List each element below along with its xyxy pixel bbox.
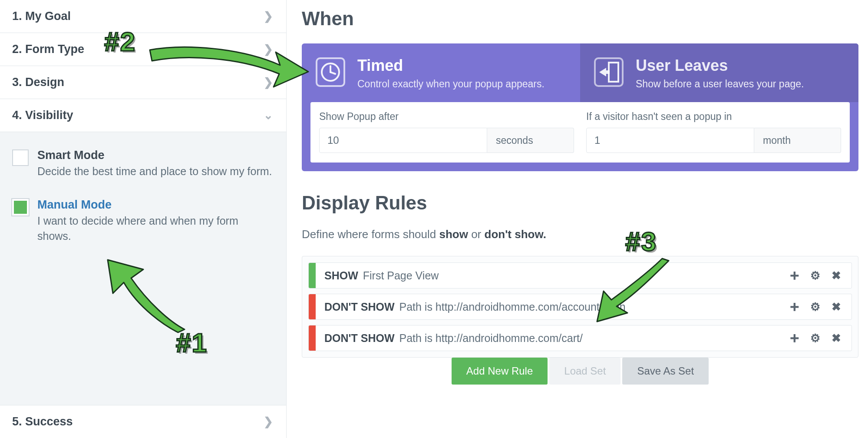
tab-title: Timed [357,56,545,75]
mode-desc: I want to decide where and when my form … [37,213,274,244]
nav-success[interactable]: 5. Success ❯ [0,405,286,438]
unit-select[interactable]: month [754,128,841,153]
field-show-after: Show Popup after seconds [319,111,574,153]
visibility-panel: Smart Mode Decide the best time and plac… [0,132,286,405]
rule-buttons: Add New Rule Load Set Save As Set [302,358,858,385]
rule-text: SHOW First Page View [316,269,780,282]
radio-checked-icon[interactable] [12,199,29,216]
display-rules-heading: Display Rules [302,192,858,214]
add-new-rule-button[interactable]: Add New Rule [452,358,548,385]
rule-text: DON'T SHOW Path is http://androidhomme.c… [316,301,780,313]
rule-row[interactable]: SHOW First Page View ➕︎ ⚙︎ ✖︎ [308,262,852,289]
close-icon[interactable]: ✖︎ [832,269,841,282]
tab-title: User Leaves [636,56,804,75]
mode-manual[interactable]: Manual Mode I want to decide where and w… [12,198,274,244]
plus-icon[interactable]: ➕︎ [790,300,799,314]
rule-indicator-show [309,263,316,288]
field-label: If a visitor hasn't seen a popup in [586,111,841,123]
timed-options: Show Popup after seconds If a visitor ha… [310,102,850,163]
tab-user-leaves[interactable]: User Leaves Show before a user leaves yo… [580,43,858,102]
nav-design[interactable]: 3. Design ❯ [0,66,286,99]
exit-icon [593,56,624,88]
nav-label: 4. Visibility [12,109,73,122]
gear-icon[interactable]: ⚙︎ [810,332,820,345]
tab-timed[interactable]: Timed Control exactly when your popup ap… [302,43,580,102]
rules-container: SHOW First Page View ➕︎ ⚙︎ ✖︎ DON'T SHOW… [302,256,858,358]
chevron-down-icon: ⌄ [264,109,273,122]
when-heading: When [302,8,858,30]
rule-indicator-dont [309,325,316,351]
show-after-input[interactable] [319,128,487,153]
svg-rect-5 [609,63,618,82]
nav-label: 3. Design [12,76,64,89]
chevron-right-icon: ❯ [264,76,273,89]
mode-title: Smart Mode [37,149,272,162]
chevron-right-icon: ❯ [264,415,273,428]
save-as-set-button[interactable]: Save As Set [622,358,709,385]
svg-line-3 [330,72,335,74]
main-content: When Timed Control exactly when you [287,0,868,438]
field-not-seen: If a visitor hasn't seen a popup in mont… [586,111,841,153]
mode-title: Manual Mode [37,198,274,212]
chevron-right-icon: ❯ [264,43,273,56]
nav-my-goal[interactable]: 1. My Goal ❯ [0,0,286,33]
rule-row[interactable]: DON'T SHOW Path is http://androidhomme.c… [308,294,852,320]
tab-desc: Control exactly when your popup appears. [357,77,545,91]
nav-form-type[interactable]: 2. Form Type ❯ [0,33,286,66]
chevron-right-icon: ❯ [264,10,273,23]
rule-text: DON'T SHOW Path is http://androidhomme.c… [316,332,780,345]
mode-desc: Decide the best time and place to show m… [37,164,272,179]
radio-unchecked-icon[interactable] [12,149,29,166]
sidebar: 1. My Goal ❯ 2. Form Type ❯ 3. Design ❯ … [0,0,287,438]
plus-icon[interactable]: ➕︎ [790,332,799,345]
nav-label: 1. My Goal [12,10,71,23]
tab-desc: Show before a user leaves your page. [636,77,804,91]
plus-icon[interactable]: ➕︎ [790,269,799,282]
nav-visibility[interactable]: 4. Visibility ⌄ [0,99,286,132]
not-seen-input[interactable] [586,128,754,153]
unit-select[interactable]: seconds [487,128,574,153]
display-rules-subtitle: Define where forms should show or don't … [302,228,858,241]
when-panel: Timed Control exactly when your popup ap… [302,43,858,171]
load-set-button[interactable]: Load Set [549,358,620,385]
rule-indicator-dont [309,294,316,319]
nav-label: 2. Form Type [12,43,84,56]
clock-icon [315,56,346,88]
field-label: Show Popup after [319,111,574,123]
mode-smart[interactable]: Smart Mode Decide the best time and plac… [12,149,274,179]
close-icon[interactable]: ✖︎ [832,300,841,314]
rule-row[interactable]: DON'T SHOW Path is http://androidhomme.c… [308,325,852,351]
gear-icon[interactable]: ⚙︎ [810,269,820,282]
nav-label: 5. Success [12,415,73,428]
gear-icon[interactable]: ⚙︎ [810,300,820,314]
close-icon[interactable]: ✖︎ [832,332,841,345]
